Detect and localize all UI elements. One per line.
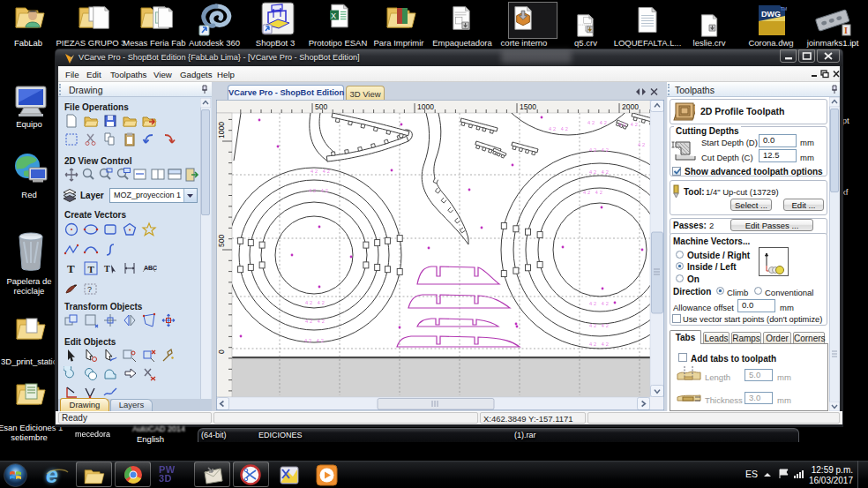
svg-text:42 42: 42 42	[589, 147, 610, 153]
svg-text:2000: 2000	[622, 102, 639, 111]
svg-text:DWG: DWG	[761, 10, 781, 19]
svg-text:42 42: 42 42	[589, 342, 610, 347]
svg-text:I: I	[844, 26, 848, 35]
svg-text:42 42: 42 42	[618, 122, 640, 127]
svg-text:500: 500	[217, 235, 226, 247]
svg-text:42 42: 42 42	[587, 120, 609, 125]
svg-text:42 42: 42 42	[589, 301, 610, 306]
svg-text:42 42: 42 42	[311, 169, 332, 174]
svg-text:?: ?	[87, 285, 92, 294]
svg-text:500: 500	[315, 102, 327, 111]
svg-text:1500: 1500	[520, 102, 536, 111]
svg-text:42 42: 42 42	[549, 126, 570, 131]
svg-text:42 42: 42 42	[309, 188, 330, 193]
svg-text:42 42: 42 42	[589, 169, 610, 175]
svg-text:X: X	[331, 11, 336, 20]
svg-text:T: T	[88, 264, 95, 274]
svg-text:42 42: 42 42	[589, 323, 610, 328]
svg-text:42 42: 42 42	[305, 300, 326, 305]
svg-text:T: T	[104, 264, 110, 274]
svg-text:42 42: 42 42	[583, 190, 604, 195]
svg-text:1000: 1000	[417, 102, 434, 111]
svg-text:42 42: 42 42	[304, 338, 326, 343]
svg-text:1000: 1000	[217, 122, 226, 139]
svg-text:0: 0	[217, 349, 226, 354]
svg-text:TM: TM	[781, 6, 787, 11]
svg-text:ABC: ABC	[144, 265, 157, 271]
svg-text:42 42: 42 42	[305, 319, 326, 324]
svg-text:T: T	[67, 262, 75, 275]
